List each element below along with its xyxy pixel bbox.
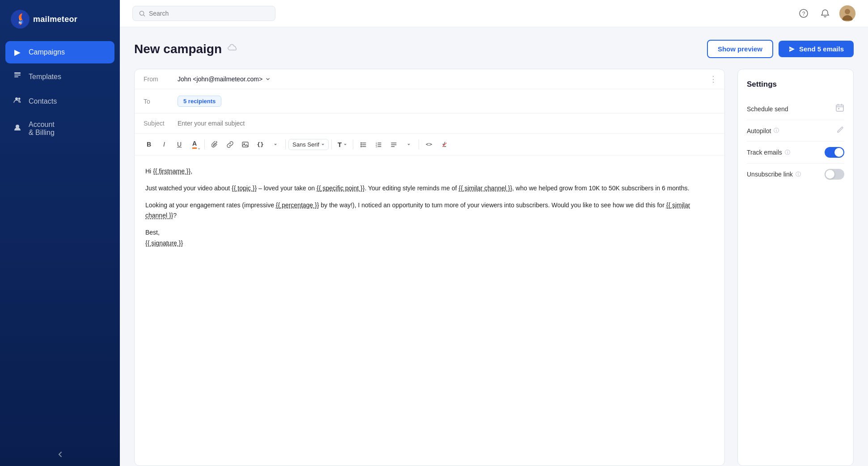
- variable-chevron[interactable]: [268, 137, 283, 151]
- sidebar-item-account-billing[interactable]: Account& Billing: [5, 114, 114, 143]
- font-name-label: Sans Serif: [292, 141, 319, 148]
- subject-field: Subject: [135, 113, 724, 134]
- logo-icon: M: [11, 10, 30, 29]
- image-button[interactable]: [238, 137, 252, 151]
- subject-input[interactable]: [178, 120, 716, 127]
- settings-panel: Settings Schedule send Autopilot ⓘ: [737, 69, 854, 466]
- header-actions: Show preview Send 5 emails: [707, 40, 854, 58]
- chevron-down-icon: [265, 76, 271, 82]
- body-line-1: Hi {{ firstname }},: [145, 166, 714, 177]
- unsubscribe-info-icon[interactable]: ⓘ: [796, 171, 801, 178]
- track-emails-toggle[interactable]: [825, 147, 844, 158]
- variable-button[interactable]: {}: [253, 137, 267, 151]
- var-similar-channel-1: {{ similar channel }}: [458, 185, 512, 192]
- subject-label: Subject: [144, 120, 170, 127]
- email-body[interactable]: Hi {{ firstname }}, Just watched your vi…: [135, 155, 724, 466]
- track-emails-label: Track emails ⓘ: [747, 149, 790, 156]
- templates-icon: [13, 71, 22, 82]
- sidebar-item-contacts[interactable]: Contacts: [5, 90, 114, 113]
- send-emails-button[interactable]: Send 5 emails: [779, 41, 854, 57]
- cloud-save-icon: [227, 44, 238, 54]
- sidebar-item-templates[interactable]: Templates: [5, 65, 114, 88]
- body-line-2: Just watched your video about {{ topic }…: [145, 183, 714, 194]
- recipients-badge[interactable]: 5 recipients: [178, 96, 221, 107]
- toolbar-separator-2: [285, 139, 286, 149]
- sidebar-item-label-account: Account& Billing: [29, 121, 55, 137]
- font-size-icon: T: [338, 141, 342, 148]
- help-icon[interactable]: ?: [796, 6, 811, 21]
- clear-format-button[interactable]: [437, 137, 451, 151]
- svg-point-15: [360, 142, 362, 143]
- from-value: John <john@mailmeteor.com>: [178, 76, 263, 83]
- italic-button[interactable]: I: [157, 137, 171, 151]
- svg-rect-31: [836, 105, 843, 111]
- bullet-list-button[interactable]: [356, 137, 370, 151]
- svg-point-19: [360, 146, 362, 147]
- sidebar-collapse-button[interactable]: [0, 443, 120, 466]
- campaigns-icon: ▶: [13, 47, 22, 57]
- body-line-4: Best,{{ signature }}: [145, 227, 714, 249]
- to-label: To: [144, 98, 170, 105]
- notifications-icon[interactable]: [818, 6, 832, 21]
- svg-point-6: [15, 97, 18, 100]
- svg-rect-5: [14, 76, 18, 77]
- font-family-select[interactable]: Sans Serif: [288, 139, 329, 150]
- var-signature: {{ signature }}: [145, 239, 183, 247]
- search-icon: [139, 10, 145, 17]
- contacts-icon: [13, 96, 22, 106]
- toolbar-separator-3: [331, 139, 332, 149]
- main-row: From John <john@mailmeteor.com> ⋮ To 5 r…: [134, 69, 854, 466]
- number-list-button[interactable]: 1.2.3.: [371, 137, 385, 151]
- svg-text:M: M: [19, 21, 22, 25]
- body-line-3: Looking at your engagement rates (impres…: [145, 200, 714, 222]
- settings-title: Settings: [747, 80, 844, 89]
- svg-point-17: [360, 144, 362, 145]
- var-firstname: {{ firstname }}: [153, 168, 191, 175]
- schedule-send-icon[interactable]: [835, 103, 844, 114]
- main-content: ? New campaign Show preview: [120, 0, 868, 466]
- svg-rect-32: [838, 108, 839, 109]
- toggle-thumb-2: [826, 170, 834, 179]
- underline-button[interactable]: U: [172, 137, 186, 151]
- code-button[interactable]: <>: [422, 137, 436, 151]
- more-options-icon[interactable]: ⋮: [709, 74, 717, 84]
- align-button[interactable]: [386, 137, 401, 151]
- toolbar-separator-5: [419, 139, 419, 149]
- bold-button[interactable]: B: [142, 137, 156, 151]
- align-chevron[interactable]: [402, 137, 416, 151]
- search-box[interactable]: [132, 6, 275, 21]
- logo-text: mailmeteor: [33, 15, 77, 24]
- from-dropdown[interactable]: John <john@mailmeteor.com>: [178, 76, 271, 83]
- track-emails-info-icon[interactable]: ⓘ: [785, 149, 790, 156]
- sidebar-item-campaigns[interactable]: ▶ Campaigns: [5, 41, 114, 63]
- svg-rect-13: [242, 142, 248, 147]
- topbar: ?: [120, 0, 868, 27]
- text-color-button[interactable]: A: [187, 137, 202, 151]
- toolbar-separator-1: [204, 139, 205, 149]
- page-header: New campaign Show preview Send 5 emails: [134, 40, 854, 58]
- schedule-send-label: Schedule send: [747, 105, 788, 113]
- page-title-group: New campaign: [134, 42, 238, 56]
- toolbar-separator-4: [353, 139, 353, 149]
- schedule-send-row: Schedule send: [747, 98, 844, 120]
- autopilot-label: Autopilot ⓘ: [747, 127, 779, 134]
- attachment-button[interactable]: [207, 137, 222, 151]
- show-preview-button[interactable]: Show preview: [707, 40, 773, 58]
- svg-point-7: [18, 98, 21, 100]
- avatar[interactable]: [839, 5, 855, 21]
- link-button[interactable]: [223, 137, 237, 151]
- sidebar-item-label-contacts: Contacts: [29, 97, 57, 105]
- autopilot-edit-icon[interactable]: [836, 126, 844, 136]
- var-specific-point: {{ specific point }}: [317, 185, 364, 192]
- search-input[interactable]: [149, 10, 269, 17]
- font-size-select[interactable]: T: [334, 139, 350, 151]
- svg-text:3.: 3.: [376, 145, 377, 148]
- sidebar-item-label-campaigns: Campaigns: [29, 48, 65, 56]
- editor-toolbar: B I U A: [135, 134, 724, 155]
- svg-rect-3: [14, 72, 21, 74]
- unsubscribe-link-toggle[interactable]: [825, 169, 844, 180]
- chevron-tiny-icon: [197, 147, 201, 151]
- from-field: From John <john@mailmeteor.com> ⋮: [135, 69, 724, 89]
- var-percentage: {{ percentage }}: [276, 202, 319, 209]
- autopilot-info-icon[interactable]: ⓘ: [774, 127, 779, 134]
